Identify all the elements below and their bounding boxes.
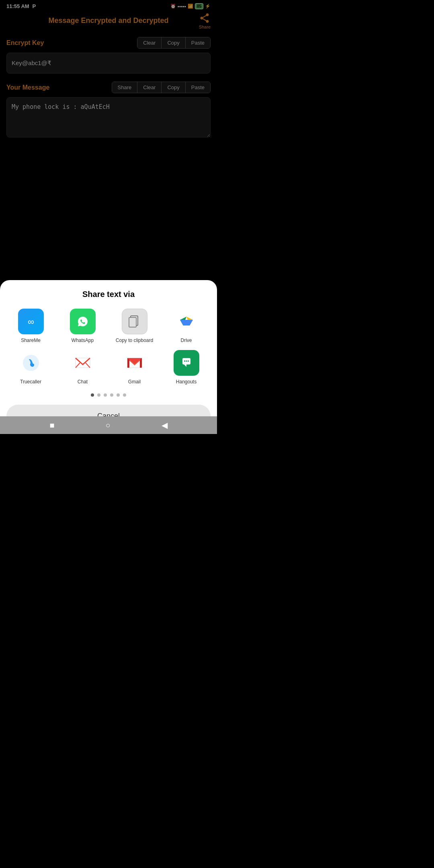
clipboard-icon bbox=[122, 309, 147, 334]
page-dots bbox=[6, 393, 211, 397]
chat-icon bbox=[70, 350, 96, 376]
drive-icon bbox=[174, 309, 199, 334]
clipboard-icon-svg bbox=[126, 313, 143, 330]
svg-rect-3 bbox=[129, 317, 136, 327]
hangouts-label: Hangouts bbox=[176, 379, 197, 385]
share-app-shareme[interactable]: ∞ ShareMe bbox=[6, 309, 55, 344]
dot-4 bbox=[110, 393, 113, 397]
gmail-icon bbox=[122, 350, 147, 376]
dot-5 bbox=[117, 393, 120, 397]
share-app-clipboard[interactable]: Copy to clipboard bbox=[110, 309, 159, 344]
share-app-chat[interactable]: Chat bbox=[58, 350, 107, 385]
dot-6 bbox=[123, 393, 126, 397]
share-app-whatsapp[interactable]: WhatsApp bbox=[58, 309, 107, 344]
drive-icon-svg bbox=[178, 313, 195, 330]
clipboard-label: Copy to clipboard bbox=[116, 338, 153, 344]
svg-marker-8 bbox=[180, 320, 193, 326]
drive-label: Drive bbox=[180, 338, 192, 344]
shareme-icon-svg: ∞ bbox=[23, 313, 39, 330]
chat-label: Chat bbox=[78, 379, 88, 385]
share-bottom-sheet: Share text via ∞ ShareMe WhatsApp bbox=[0, 280, 217, 434]
whatsapp-icon bbox=[70, 309, 96, 334]
gmail-icon-svg bbox=[126, 354, 143, 372]
truecaller-label: Truecaller bbox=[20, 379, 41, 385]
share-app-truecaller[interactable]: Truecaller bbox=[6, 350, 55, 385]
svg-rect-20 bbox=[184, 360, 185, 362]
chat-icon-svg bbox=[74, 354, 92, 372]
whatsapp-icon-svg bbox=[74, 313, 92, 330]
shareme-label: ShareMe bbox=[21, 338, 41, 344]
nav-bar: ■ ○ ◀ bbox=[0, 416, 217, 434]
truecaller-icon bbox=[18, 350, 44, 376]
dot-3 bbox=[104, 393, 107, 397]
nav-back-button[interactable]: ◀ bbox=[162, 420, 168, 430]
svg-rect-21 bbox=[186, 360, 187, 362]
share-sheet-title: Share text via bbox=[6, 290, 211, 299]
share-app-hangouts[interactable]: Hangouts bbox=[162, 350, 211, 385]
nav-home-button[interactable]: ○ bbox=[106, 421, 111, 430]
svg-rect-22 bbox=[188, 360, 189, 362]
shareme-icon: ∞ bbox=[18, 309, 44, 334]
share-app-grid: ∞ ShareMe WhatsApp Copy to bbox=[6, 309, 211, 385]
truecaller-icon-svg bbox=[22, 354, 40, 372]
dot-2 bbox=[97, 393, 100, 397]
hangouts-icon bbox=[174, 350, 199, 376]
whatsapp-label: WhatsApp bbox=[72, 338, 94, 344]
share-app-drive[interactable]: Drive bbox=[162, 309, 211, 344]
share-app-gmail[interactable]: Gmail bbox=[110, 350, 159, 385]
nav-square-button[interactable]: ■ bbox=[49, 421, 54, 430]
gmail-label: Gmail bbox=[128, 379, 141, 385]
hangouts-icon-svg bbox=[178, 354, 195, 372]
dot-1 bbox=[91, 393, 94, 397]
svg-text:∞: ∞ bbox=[28, 317, 34, 327]
